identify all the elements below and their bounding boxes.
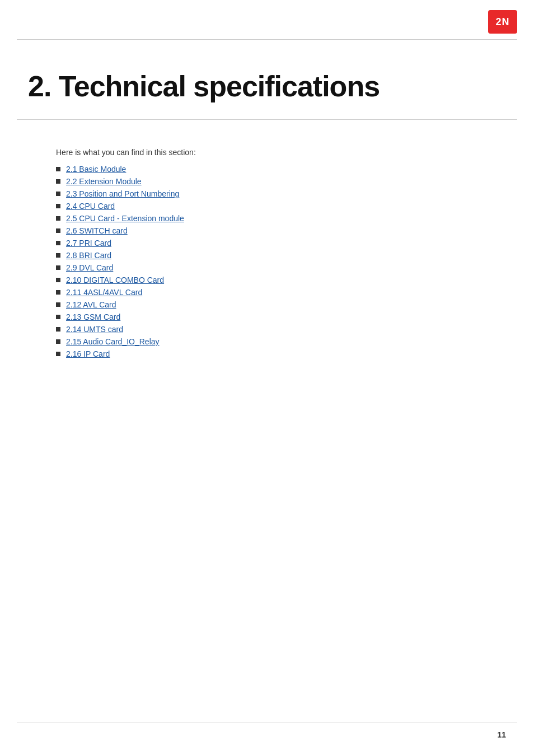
toc-link-item-12[interactable]: 2.12 AVL Card: [66, 300, 116, 309]
bullet-icon: [56, 253, 60, 258]
toc-link-item-3[interactable]: 2.3 Position and Port Numbering: [66, 189, 179, 198]
bullet-icon: [56, 179, 60, 184]
list-item: 2.2 Extension Module: [56, 177, 489, 186]
page-footer: 11: [497, 730, 506, 739]
chapter-heading: 2. Technical specifications: [0, 40, 534, 119]
toc-link-item-7[interactable]: 2.7 PRI Card: [66, 239, 111, 248]
bullet-icon: [56, 204, 60, 208]
bullet-icon: [56, 192, 60, 196]
list-item: 2.14 UMTS card: [56, 325, 489, 334]
bullet-icon: [56, 241, 60, 245]
toc-link-item-2[interactable]: 2.2 Extension Module: [66, 177, 142, 186]
list-item: 2.7 PRI Card: [56, 239, 489, 248]
page: 2N 2. Technical specifications Here is w…: [0, 0, 534, 756]
toc-link-item-9[interactable]: 2.9 DVL Card: [66, 263, 113, 272]
list-item: 2.16 IP Card: [56, 349, 489, 358]
bullet-icon: [56, 167, 60, 171]
chapter-title-text: Technical specifications: [59, 70, 380, 102]
bullet-icon: [56, 290, 60, 295]
bullet-icon: [56, 228, 60, 233]
bottom-rule: [17, 722, 517, 722]
chapter-number: 2.: [28, 70, 51, 102]
logo-text: 2N: [495, 16, 509, 28]
toc-list: 2.1 Basic Module2.2 Extension Module2.3 …: [56, 165, 489, 358]
list-item: 2.10 DIGITAL COMBO Card: [56, 276, 489, 284]
toc-link-item-15[interactable]: 2.15 Audio Card_IO_Relay: [66, 337, 160, 346]
list-item: 2.15 Audio Card_IO_Relay: [56, 337, 489, 346]
toc-link-item-14[interactable]: 2.14 UMTS card: [66, 325, 123, 334]
bullet-icon: [56, 327, 60, 332]
toc-link-item-10[interactable]: 2.10 DIGITAL COMBO Card: [66, 276, 164, 284]
bullet-icon: [56, 352, 60, 356]
bullet-icon: [56, 216, 60, 221]
list-item: 2.9 DVL Card: [56, 263, 489, 272]
bullet-icon: [56, 339, 60, 344]
toc-link-item-13[interactable]: 2.13 GSM Card: [66, 312, 120, 321]
chapter-title: 2. Technical specifications: [28, 71, 506, 102]
list-item: 2.4 CPU Card: [56, 202, 489, 211]
bullet-icon: [56, 278, 60, 282]
list-item: 2.11 4ASL/4AVL Card: [56, 288, 489, 297]
toc-link-item-4[interactable]: 2.4 CPU Card: [66, 202, 115, 211]
list-item: 2.13 GSM Card: [56, 312, 489, 321]
list-item: 2.1 Basic Module: [56, 165, 489, 174]
intro-text: Here is what you can find in this sectio…: [56, 148, 489, 157]
logo-box: 2N: [488, 10, 517, 34]
top-bar: 2N: [0, 0, 534, 34]
bullet-icon: [56, 302, 60, 307]
toc-link-item-5[interactable]: 2.5 CPU Card - Extension module: [66, 214, 184, 223]
toc-link-item-1[interactable]: 2.1 Basic Module: [66, 165, 126, 174]
toc-link-item-8[interactable]: 2.8 BRI Card: [66, 251, 111, 260]
list-item: 2.12 AVL Card: [56, 300, 489, 309]
list-item: 2.5 CPU Card - Extension module: [56, 214, 489, 223]
page-number: 11: [497, 730, 506, 739]
content-area: Here is what you can find in this sectio…: [0, 120, 534, 390]
list-item: 2.6 SWITCH card: [56, 226, 489, 235]
toc-link-item-11[interactable]: 2.11 4ASL/4AVL Card: [66, 288, 142, 297]
bullet-icon: [56, 265, 60, 270]
toc-link-item-6[interactable]: 2.6 SWITCH card: [66, 226, 128, 235]
toc-link-item-16[interactable]: 2.16 IP Card: [66, 349, 110, 358]
list-item: 2.8 BRI Card: [56, 251, 489, 260]
list-item: 2.3 Position and Port Numbering: [56, 189, 489, 198]
bullet-icon: [56, 315, 60, 319]
